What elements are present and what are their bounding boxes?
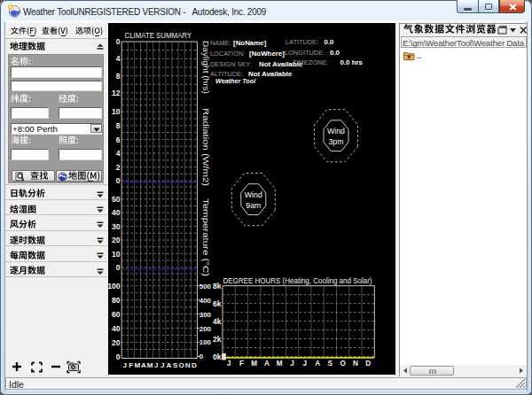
svg-text:Daylight (hrs): Daylight (hrs) xyxy=(201,41,210,94)
svg-text:10: 10 xyxy=(112,107,121,116)
svg-text:0: 0 xyxy=(200,352,204,360)
svg-text:Weather Tool: Weather Tool xyxy=(215,77,256,85)
svg-text:300: 300 xyxy=(200,311,212,319)
svg-text:M: M xyxy=(251,360,257,368)
svg-text:DEGREE HOURS (Heating, Cooling: DEGREE HOURS (Heating, Cooling and Solar… xyxy=(223,276,372,285)
svg-text:4: 4 xyxy=(116,149,121,158)
svg-text:J: J xyxy=(290,360,294,368)
svg-text:Wind: Wind xyxy=(245,190,262,199)
svg-text:J: J xyxy=(227,360,231,368)
svg-text:9am: 9am xyxy=(246,201,261,210)
svg-text:J: J xyxy=(123,361,128,369)
svg-text:40: 40 xyxy=(112,324,121,333)
svg-text:0: 0 xyxy=(116,176,121,185)
svg-text:NAME:: NAME: xyxy=(210,39,231,47)
svg-text:D: D xyxy=(365,360,371,368)
svg-text:400: 400 xyxy=(200,297,212,305)
svg-text:6: 6 xyxy=(116,136,121,144)
svg-text:S: S xyxy=(173,361,178,369)
svg-text:20: 20 xyxy=(112,236,121,244)
svg-text:0.0 hrs: 0.0 hrs xyxy=(340,58,364,66)
svg-text:80: 80 xyxy=(112,296,121,305)
svg-text:100: 100 xyxy=(200,338,212,346)
svg-text:M: M xyxy=(277,360,283,368)
svg-text:2: 2 xyxy=(116,163,121,172)
svg-text:2k: 2k xyxy=(213,335,222,344)
svg-text:A: A xyxy=(264,360,270,368)
svg-text:0k: 0k xyxy=(213,352,222,361)
svg-text:4: 4 xyxy=(116,54,121,63)
svg-text:0: 0 xyxy=(116,263,121,272)
svg-text:O: O xyxy=(340,360,346,368)
svg-text:40: 40 xyxy=(112,208,121,217)
svg-text:0.0: 0.0 xyxy=(330,49,340,57)
svg-text:Temperature (°C): Temperature (°C) xyxy=(201,198,210,276)
svg-text:J: J xyxy=(160,361,165,369)
svg-text:0.0: 0.0 xyxy=(325,38,335,46)
svg-text:J: J xyxy=(154,361,159,369)
svg-text:200: 200 xyxy=(200,325,212,333)
svg-text:Wind: Wind xyxy=(327,127,345,136)
svg-text:LONGITUDE:: LONGITUDE: xyxy=(285,49,325,57)
svg-text:D: D xyxy=(192,361,197,369)
svg-text:N: N xyxy=(353,360,358,368)
svg-text:6k: 6k xyxy=(213,299,222,308)
svg-text:J: J xyxy=(303,360,308,368)
svg-text:LOCATION:: LOCATION: xyxy=(210,50,245,58)
svg-text:8: 8 xyxy=(116,121,121,130)
svg-text:[NoName]: [NoName] xyxy=(233,39,267,47)
svg-text:12: 12 xyxy=(112,89,121,97)
svg-text:CLIMATE SUMMARY: CLIMATE SUMMARY xyxy=(125,31,192,40)
svg-text:100: 100 xyxy=(108,282,121,290)
svg-text:30: 30 xyxy=(112,222,121,231)
svg-text:A: A xyxy=(315,360,320,368)
svg-text:LATITUDE:: LATITUDE: xyxy=(286,38,318,46)
svg-text:Radiation (W/m2): Radiation (W/m2) xyxy=(201,108,210,186)
svg-text:[NoWhere]: [NoWhere] xyxy=(249,50,285,58)
svg-text:500: 500 xyxy=(200,283,212,290)
svg-text:M: M xyxy=(135,361,141,369)
svg-text:TIMEZONE:: TIMEZONE: xyxy=(293,58,328,66)
svg-text:20: 20 xyxy=(112,338,121,347)
svg-text:F: F xyxy=(239,360,244,368)
svg-text:A: A xyxy=(141,361,146,369)
svg-text:8: 8 xyxy=(116,72,121,81)
svg-text:10: 10 xyxy=(112,250,121,259)
svg-text:0: 0 xyxy=(116,37,121,46)
svg-text:60: 60 xyxy=(112,310,121,319)
svg-text:DESIGN SKY:: DESIGN SKY: xyxy=(210,60,252,68)
svg-text:M: M xyxy=(147,361,153,369)
svg-text:0: 0 xyxy=(116,352,121,361)
svg-text:A: A xyxy=(166,361,171,369)
svg-text:50: 50 xyxy=(112,195,121,204)
svg-text:4k: 4k xyxy=(213,317,222,326)
svg-text:3pm: 3pm xyxy=(328,137,343,146)
svg-text:8k: 8k xyxy=(213,282,222,290)
svg-text:F: F xyxy=(129,361,133,369)
svg-text:S: S xyxy=(328,360,333,368)
svg-text:O: O xyxy=(179,361,184,369)
svg-text:N: N xyxy=(185,361,191,369)
